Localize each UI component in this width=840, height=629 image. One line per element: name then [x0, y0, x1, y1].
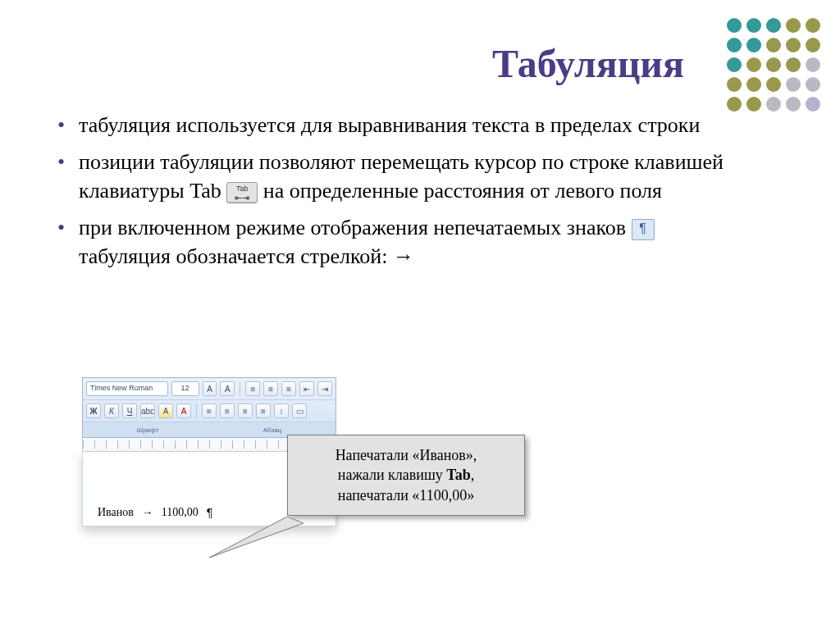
ribbon-panel: Times New Roman 12 A A ≡ ≡ ≡ ⇤ ⇥ Ж К Ч a… [82, 377, 336, 438]
line-spacing-icon: ↕ [274, 403, 289, 418]
font-color-icon: A [176, 403, 191, 418]
callout-line-3: напечатали «1100,00» [299, 485, 513, 505]
document-sample-line: Иванов → 1100,00¶ [98, 506, 212, 519]
group-label-font: Шрифт [137, 426, 158, 434]
decorative-dot-grid [727, 18, 822, 113]
bullet-item-3: при включенном режиме отображения непеча… [57, 213, 750, 271]
callout-bold: Tab [446, 467, 470, 483]
align-right-icon: ≡ [238, 403, 253, 418]
bullet-text-part: на определенные расстояния от левого пол… [263, 179, 662, 203]
underline-icon: Ч [122, 403, 137, 418]
tab-key-arrows: ⇤⇥ [227, 194, 257, 202]
font-size-combo: 12 [171, 381, 199, 396]
bullet-text: табуляция используется для выравнивания … [79, 113, 700, 137]
list-multilevel-icon: ≡ [281, 381, 296, 396]
shrink-font-icon: A [220, 381, 235, 396]
slide-title: Табуляция [57, 41, 684, 86]
slide: Табуляция табуляция используется для выр… [0, 0, 840, 629]
callout-text: нажали клавишу [338, 467, 447, 483]
pilcrow-icon: ¶ [632, 219, 655, 240]
strike-icon: abc [140, 403, 155, 418]
ribbon-row-format: Ж К Ч abc A A ≡ ≡ ≡ ≡ ↕ ▭ [83, 400, 336, 422]
bullet-text-part: табуляция обозначается стрелкой: → [79, 244, 414, 268]
align-left-icon: ≡ [202, 403, 217, 418]
indent-increase-icon: ⇥ [317, 381, 332, 396]
ribbon-row-font: Times New Roman 12 A A ≡ ≡ ≡ ⇤ ⇥ [83, 378, 336, 400]
callout-text: , [471, 467, 475, 483]
callout-box: Напечатали «Иванов», нажали клавишу Tab,… [287, 435, 525, 516]
grow-font-icon: A [203, 381, 217, 396]
list-bullets-icon: ≡ [245, 381, 260, 396]
callout-line-2: нажали клавишу Tab, [299, 465, 513, 485]
bullet-item-2: позиции табуляции позволяют перемещать к… [57, 148, 750, 205]
indent-decrease-icon: ⇤ [299, 381, 314, 396]
tab-arrow-icon: → [142, 506, 153, 519]
highlight-icon: A [158, 403, 173, 418]
bullet-list: табуляция используется для выравнивания … [57, 111, 750, 271]
align-center-icon: ≡ [220, 403, 235, 418]
font-name-combo: Times New Roman [86, 381, 168, 396]
svg-marker-0 [209, 517, 304, 558]
italic-icon: К [104, 403, 119, 418]
callout-line-1: Напечатали «Иванов», [299, 445, 513, 465]
align-justify-icon: ≡ [256, 403, 271, 418]
sample-value: 1100,00 [162, 506, 199, 519]
group-label-paragraph: Абзац [263, 426, 281, 434]
list-numbers-icon: ≡ [263, 381, 278, 396]
sample-name: Иванов [98, 506, 134, 519]
tab-key-icon: Tab ⇤⇥ [226, 182, 258, 203]
bold-icon: Ж [86, 403, 101, 418]
shading-icon: ▭ [292, 403, 307, 418]
bullet-item-1: табуляция используется для выравнивания … [57, 111, 750, 139]
bullet-text-part: при включенном режиме отображения непеча… [79, 216, 632, 239]
